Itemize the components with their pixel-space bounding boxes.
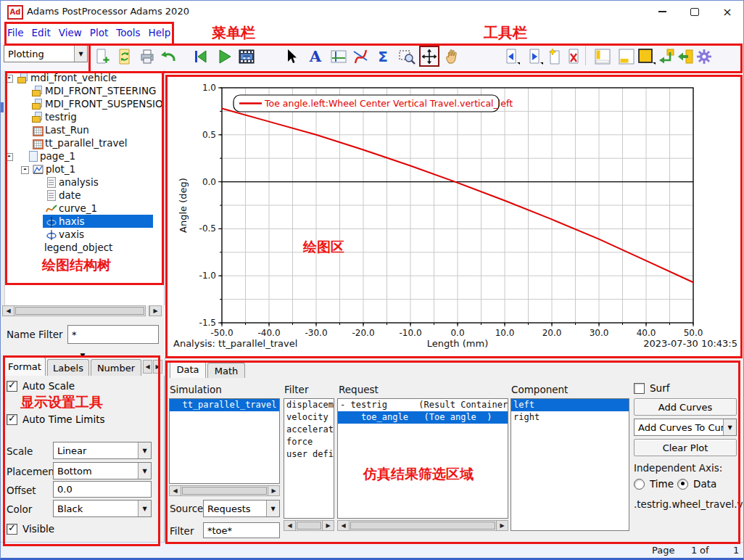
scale-select[interactable]: Linear▼ <box>53 442 152 459</box>
tab-labels[interactable]: Labels <box>47 359 89 376</box>
tab-scroll-left-button[interactable]: ◀ <box>143 360 152 374</box>
list-item[interactable]: tt_parallel_travel <box>170 399 279 411</box>
list-item[interactable]: toe_angle (Toe angle ) <box>338 411 508 424</box>
plot-canvas[interactable]: -50.0-40.0-30.0-20.0-10.00.010.020.030.0… <box>165 70 744 358</box>
color-select[interactable]: Black▼ <box>53 500 152 517</box>
list-item[interactable]: acceleration <box>284 424 334 436</box>
simulation-list[interactable]: tt_parallel_travel <box>169 398 280 484</box>
menu-help[interactable]: Help <box>149 27 171 38</box>
clear-plot-button[interactable]: Clear Plot <box>634 439 737 456</box>
layout-left-strip-icon[interactable] <box>592 46 613 67</box>
list-item[interactable]: left <box>511 399 629 411</box>
chevron-down-icon[interactable]: ▼ <box>138 442 151 458</box>
list-item[interactable]: user defined <box>284 448 334 461</box>
scroll-right-icon[interactable]: ▶ <box>149 306 161 316</box>
tree-item-curve[interactable]: curve_1 <box>1 202 164 215</box>
zoom-box-icon[interactable] <box>397 46 417 67</box>
list-item[interactable]: displacement <box>284 399 334 411</box>
chevron-down-icon[interactable]: ▼ <box>138 501 151 516</box>
tab-scroll-right-button[interactable]: ▶ <box>153 360 162 374</box>
menu-tools[interactable]: Tools <box>116 27 140 38</box>
tree-item-testrig[interactable]: testrig <box>1 111 164 124</box>
list-item[interactable]: right <box>511 411 629 424</box>
tab-data[interactable]: Data <box>170 361 206 378</box>
chevron-down-icon[interactable]: ▼ <box>723 419 736 435</box>
reload-page-icon[interactable] <box>115 46 135 67</box>
tree-item-subsystem[interactable]: MDI_FRONT_STEERING <box>1 85 164 98</box>
pan-view-icon[interactable] <box>419 46 439 67</box>
filter-input[interactable] <box>203 522 280 538</box>
pane-scroll-right-button[interactable]: ▶ <box>149 305 162 316</box>
swap-view-icon[interactable] <box>656 46 677 67</box>
collapse-icon[interactable] <box>21 166 29 174</box>
tree-item-model[interactable]: mdi_front_vehicle <box>1 72 164 85</box>
menu-edit[interactable]: Edit <box>32 27 51 38</box>
tree-item-date[interactable]: date <box>1 189 164 202</box>
tree-item-page[interactable]: page_1 <box>1 150 164 163</box>
plot-limits-icon[interactable] <box>328 46 349 67</box>
skip-to-start-icon[interactable] <box>190 46 210 67</box>
scroll-left-icon[interactable]: ◀ <box>284 521 296 530</box>
tree-item-legend-object[interactable]: legend_object <box>1 242 164 255</box>
data-radio[interactable] <box>677 479 688 490</box>
minimize-button[interactable] <box>646 1 678 22</box>
offset-input[interactable] <box>53 481 152 498</box>
chevron-down-icon[interactable]: ▼ <box>266 501 279 516</box>
component-list[interactable]: left right <box>511 398 629 531</box>
layout-bottom-strip-icon[interactable] <box>616 46 637 67</box>
tree-item-analysis[interactable]: analysis <box>1 176 164 189</box>
new-page-2-icon[interactable] <box>545 46 565 67</box>
placement-select[interactable]: Bottom▼ <box>53 462 152 479</box>
animation-movie-icon[interactable] <box>236 46 257 67</box>
delete-page-icon[interactable] <box>563 46 584 67</box>
scrollbar-thumb[interactable] <box>297 522 321 530</box>
edit-curve-icon[interactable] <box>350 46 371 67</box>
scroll-left-icon[interactable]: ◀ <box>3 306 15 316</box>
menu-file[interactable]: File <box>7 27 24 38</box>
collapse-icon[interactable] <box>5 153 13 161</box>
settings-gear-icon[interactable] <box>694 46 714 67</box>
list-item[interactable]: force <box>284 436 334 448</box>
tree-item-haxis[interactable]: haxis <box>1 215 164 228</box>
collapse-icon[interactable] <box>5 75 13 83</box>
next-page-icon[interactable] <box>526 46 546 67</box>
source-select[interactable]: Requests▼ <box>203 500 280 517</box>
import-view-icon[interactable] <box>675 46 695 67</box>
new-page-icon[interactable] <box>92 46 112 67</box>
tree-item-subsystem[interactable]: MDI_FRONT_SUSPENSION <box>1 98 164 111</box>
mode-select[interactable]: Plotting ▼ <box>4 45 88 62</box>
print-icon[interactable] <box>137 46 157 67</box>
menu-view[interactable]: View <box>59 27 82 38</box>
auto-time-limits-checkbox[interactable] <box>7 414 17 425</box>
pane-splitter[interactable]: ▼ <box>1 348 165 357</box>
tab-math[interactable]: Math <box>207 363 245 378</box>
tree-item-analysis-run[interactable]: Last_Run <box>1 124 164 137</box>
scroll-right-icon[interactable]: ▶ <box>322 521 334 530</box>
scroll-right-icon[interactable]: ▶ <box>268 486 279 495</box>
chevron-down-icon[interactable]: ▼ <box>74 46 87 62</box>
undo-icon[interactable] <box>158 46 178 67</box>
list-item[interactable]: velocity <box>284 411 334 424</box>
scrollbar-thumb[interactable] <box>350 522 495 530</box>
drag-hand-icon[interactable] <box>442 46 463 67</box>
tree-item-plot[interactable]: plot_1 <box>1 163 164 176</box>
close-button[interactable]: × <box>711 1 743 22</box>
scrollbar-thumb[interactable] <box>15 307 144 315</box>
tree-item-analysis-run[interactable]: tt_parallel_travel <box>1 137 164 150</box>
filter-list-scrollbar[interactable]: ◀▶ <box>284 520 334 531</box>
time-radio[interactable] <box>634 479 645 490</box>
maximize-button[interactable] <box>679 1 711 22</box>
filter-type-list[interactable]: displacement velocity acceleration force… <box>284 398 334 519</box>
scroll-left-icon[interactable]: ◀ <box>338 521 350 530</box>
tab-number[interactable]: Number <box>91 359 141 376</box>
name-filter-input[interactable] <box>67 325 159 344</box>
previous-page-icon[interactable] <box>503 46 523 67</box>
menu-plot[interactable]: Plot <box>90 27 108 38</box>
simulation-list-scrollbar[interactable]: ◀▶ <box>169 485 280 496</box>
surf-checkbox[interactable] <box>634 383 645 394</box>
visible-checkbox[interactable] <box>7 524 17 535</box>
request-list-scrollbar[interactable]: ◀▶ <box>337 520 508 531</box>
curve-statistics-icon[interactable]: Σ <box>373 46 393 67</box>
plot-area[interactable]: -50.0-40.0-30.0-20.0-10.00.010.020.030.0… <box>165 70 744 358</box>
tree-item-vaxis[interactable]: vaxis <box>1 228 164 242</box>
